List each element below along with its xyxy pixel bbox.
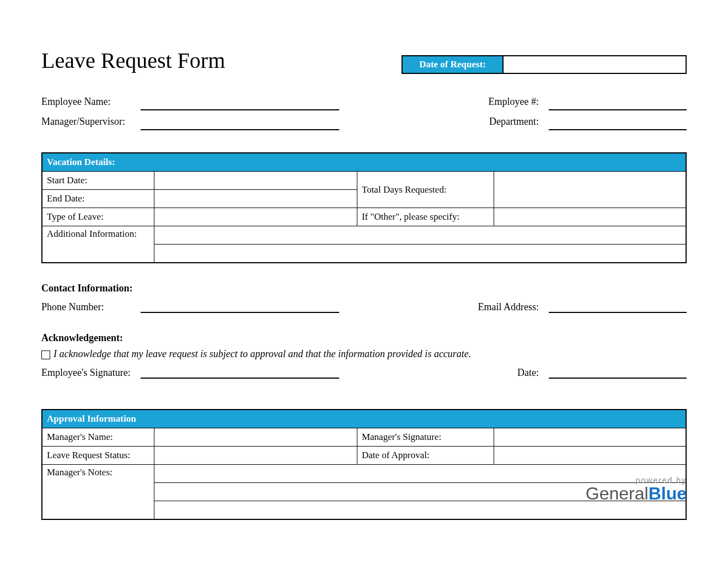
table-row: Leave Request Status: Date of Approval: (42, 447, 686, 465)
manager-signature-label: Manager's Signature: (357, 428, 494, 447)
end-date-label: End Date: (42, 190, 154, 208)
ack-text: I acknowledge that my leave request is s… (53, 348, 471, 360)
contact-heading: Contact Information: (41, 283, 687, 294)
manager-notes-field-3[interactable] (154, 501, 686, 520)
additional-info-label: Additional Information: (42, 226, 154, 263)
end-date-field[interactable] (154, 190, 357, 208)
contact-section: Contact Information: Phone Number: Email… (41, 283, 687, 313)
header-row: Leave Request Form Date of Request: (41, 50, 687, 74)
ack-heading: Acknowledgement: (41, 332, 687, 344)
contact-row: Phone Number: Email Address: (41, 299, 687, 313)
approval-date-label: Date of Approval: (357, 447, 494, 465)
manager-notes-label: Manager's Notes: (42, 465, 154, 520)
manager-label: Manager/Supervisor: (41, 116, 141, 130)
additional-info-field-1[interactable] (154, 226, 686, 245)
table-row: Manager's Name: Manager's Signature: (42, 428, 686, 447)
employee-name-field[interactable] (141, 96, 339, 110)
email-field[interactable] (549, 299, 687, 313)
spacer (339, 116, 455, 130)
approval-header-row: Approval Information (42, 410, 686, 428)
manager-name-label: Manager's Name: (42, 428, 154, 447)
employee-signature-field[interactable] (141, 364, 339, 379)
employee-name-label: Employee Name: (41, 96, 141, 110)
other-specify-field[interactable] (494, 208, 686, 226)
start-date-field[interactable] (154, 172, 357, 190)
department-label: Department: (455, 116, 549, 130)
table-row: Start Date: Total Days Requested: (42, 172, 686, 190)
type-of-leave-field[interactable] (154, 208, 357, 226)
table-row: Type of Leave: If "Other", please specif… (42, 208, 686, 226)
employee-number-label: Employee #: (455, 96, 549, 110)
ack-checkbox[interactable] (41, 350, 50, 359)
total-days-field[interactable] (494, 172, 686, 208)
department-field[interactable] (549, 116, 687, 130)
total-days-label: Total Days Requested: (357, 172, 494, 208)
manager-name-field[interactable] (154, 428, 357, 447)
employee-signature-label: Employee's Signature: (41, 367, 141, 379)
brand-logo: GeneralBlue (586, 485, 687, 502)
vacation-header-row: Vacation Details: (42, 153, 686, 172)
ack-date-label: Date: (505, 367, 549, 379)
footer: powered by GeneralBlue (586, 476, 687, 502)
approval-date-field[interactable] (494, 447, 686, 465)
type-of-leave-label: Type of Leave: (42, 208, 154, 226)
ack-line: I acknowledge that my leave request is s… (41, 348, 687, 360)
manager-field[interactable] (141, 116, 339, 130)
table-row: Additional Information: (42, 226, 686, 245)
phone-label: Phone Number: (41, 301, 141, 313)
page-title: Leave Request Form (41, 50, 225, 72)
vacation-details-table: Vacation Details: Start Date: Total Days… (41, 152, 687, 263)
approval-header: Approval Information (42, 410, 686, 428)
ack-date-field[interactable] (549, 364, 687, 379)
status-field[interactable] (154, 447, 357, 465)
additional-info-field-2[interactable] (154, 245, 686, 263)
employee-number-field[interactable] (549, 96, 687, 110)
brand-blue: Blue (649, 484, 687, 503)
status-label: Leave Request Status: (42, 447, 154, 465)
manager-signature-field[interactable] (494, 428, 686, 447)
spacer (339, 96, 455, 110)
acknowledgement-section: Acknowledgement: I acknowledge that my l… (41, 332, 687, 379)
start-date-label: Start Date: (42, 172, 154, 190)
brand-general: General (586, 484, 649, 503)
date-of-request-field[interactable] (504, 55, 687, 74)
vacation-header: Vacation Details: (42, 153, 686, 172)
date-of-request-box: Date of Request: (402, 55, 687, 74)
date-of-request-label: Date of Request: (402, 55, 504, 74)
leave-request-form-page: Leave Request Form Date of Request: Empl… (0, 0, 728, 563)
signature-row: Employee's Signature: Date: (41, 364, 687, 379)
employee-info-grid: Employee Name: Employee #: Manager/Super… (41, 96, 687, 130)
other-specify-label: If "Other", please specify: (357, 208, 494, 226)
phone-field[interactable] (141, 299, 339, 313)
email-label: Email Address: (455, 301, 549, 313)
